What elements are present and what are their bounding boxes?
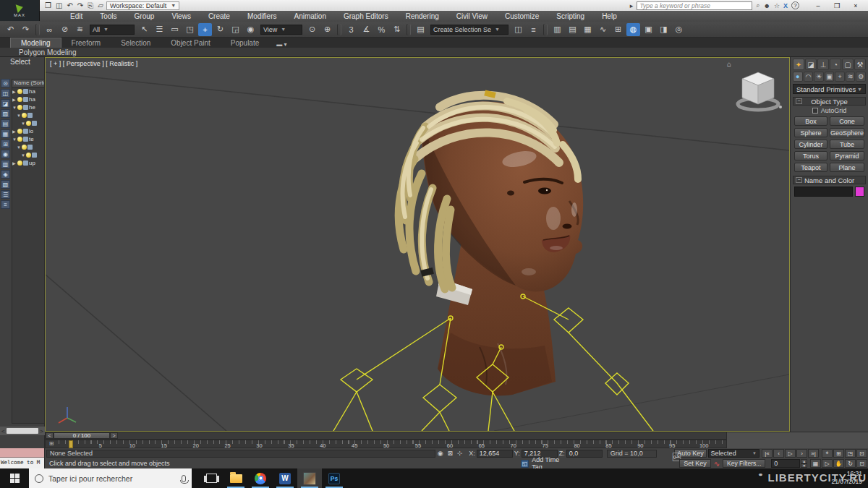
current-frame-marker[interactable]: [69, 440, 73, 448]
go-to-end-icon[interactable]: »|: [808, 449, 819, 458]
set-key-button[interactable]: Set Key: [679, 459, 711, 468]
current-frame-field[interactable]: 0: [771, 459, 800, 468]
primitive-button[interactable]: Tube: [830, 140, 864, 149]
tree-row[interactable]: ▼ he: [12, 103, 44, 111]
maximize-viewport-icon[interactable]: ⊡: [856, 459, 867, 468]
tree-row[interactable]: ▼: [12, 111, 44, 119]
menu-item[interactable]: Animation: [285, 11, 334, 22]
primitive-button[interactable]: Teapot: [794, 163, 827, 172]
percent-snap-icon[interactable]: %: [375, 23, 388, 36]
curve-editor-icon[interactable]: ∿: [596, 23, 610, 36]
microphone-icon[interactable]: [182, 475, 186, 482]
project-folder-icon[interactable]: ⎘: [88, 1, 93, 10]
bind-to-space-warp-icon[interactable]: ≋: [73, 23, 87, 36]
visibility-bulb-icon[interactable]: [17, 105, 22, 110]
align-icon[interactable]: ≡: [527, 23, 540, 36]
file-explorer-button[interactable]: [224, 468, 248, 488]
x-coordinate-field[interactable]: 12,654: [477, 450, 513, 458]
undo-icon[interactable]: ↶: [4, 23, 17, 36]
explorer-tool-icon[interactable]: ◪: [1, 99, 10, 108]
modify-tab-icon[interactable]: ◪: [805, 59, 817, 70]
perspective-viewport[interactable]: [ + ] [ Perspective ] [ Realistic ] ⌂: [45, 57, 790, 432]
visibility-bulb-icon[interactable]: [26, 153, 31, 158]
task-view-button[interactable]: [199, 468, 224, 488]
set-keys-wave-icon[interactable]: ∿: [714, 460, 720, 468]
object-name-input[interactable]: [794, 187, 853, 197]
tree-row[interactable]: ▶ up: [12, 159, 44, 167]
ribbon-tab[interactable]: Populate: [221, 38, 269, 48]
menu-item[interactable]: Customize: [496, 11, 548, 22]
select-and-move-icon[interactable]: +: [198, 23, 212, 36]
primitive-type-dropdown[interactable]: Standard Primitives ▼: [793, 84, 866, 94]
taskbar-search-input[interactable]: Taper ici pour rechercher: [29, 468, 192, 488]
mini-curve-editor-icon[interactable]: ⊞: [46, 440, 56, 448]
next-frame-button[interactable]: >: [110, 432, 118, 439]
pan-hand-icon[interactable]: ✋: [833, 459, 844, 468]
explorer-tool-icon[interactable]: ◫: [1, 89, 10, 98]
new-scene-icon[interactable]: ▱: [98, 1, 103, 10]
selection-lock-icon[interactable]: ⊠: [445, 450, 454, 457]
3ds-max-taskbar-button[interactable]: [297, 468, 322, 488]
isolate-selection-icon[interactable]: ◉: [435, 450, 445, 457]
expand-arrow-icon[interactable]: ▼: [17, 145, 22, 150]
space-warps-category-icon[interactable]: ≋: [846, 72, 856, 82]
tree-row[interactable]: ▼: [12, 143, 44, 151]
tree-row[interactable]: ▶ ha: [12, 87, 44, 95]
utilities-tab-icon[interactable]: ⚒: [854, 59, 866, 70]
previous-frame-button[interactable]: <: [46, 432, 54, 439]
explorer-tool-icon[interactable]: ⊞: [1, 140, 10, 148]
zoom-extents-icon[interactable]: ◳: [845, 449, 856, 458]
open-file-icon[interactable]: ❐: [45, 1, 51, 10]
menu-item[interactable]: Create: [200, 11, 239, 22]
scroll-right-icon[interactable]: >: [40, 428, 43, 435]
explorer-horizontal-scrollbar[interactable]: < >: [0, 427, 45, 435]
tree-row[interactable]: ▼ te: [12, 135, 44, 143]
undo-quick-icon[interactable]: ↶: [67, 1, 72, 10]
primitive-button[interactable]: GeoSphere: [830, 128, 864, 137]
shapes-category-icon[interactable]: ◠: [804, 72, 814, 82]
visibility-bulb-icon[interactable]: [17, 129, 22, 134]
lights-category-icon[interactable]: ☀: [814, 72, 824, 82]
use-pivot-center-icon[interactable]: ⊙: [305, 23, 319, 36]
collapse-icon[interactable]: −: [796, 98, 802, 104]
tree-row[interactable]: ▼: [12, 151, 44, 159]
time-slider[interactable]: < 0 / 100 >: [45, 432, 727, 440]
ribbon-minimize-icon[interactable]: ▬ ▾: [276, 41, 286, 48]
rectangular-selection-icon[interactable]: ▭: [168, 23, 182, 36]
sign-in-icon[interactable]: ☻: [763, 2, 770, 9]
collapse-icon[interactable]: −: [796, 177, 802, 183]
toggle-scene-explorer-icon[interactable]: ▥: [550, 23, 564, 36]
select-and-scale-icon[interactable]: ◲: [229, 23, 242, 36]
expand-arrow-icon[interactable]: ▶: [12, 89, 17, 94]
expand-arrow-icon[interactable]: ▶: [12, 129, 17, 134]
menu-item[interactable]: Scripting: [548, 11, 593, 22]
macro-recorder-line[interactable]: [0, 448, 44, 458]
maxscript-mini-listener[interactable]: Welcome to M: [0, 448, 45, 468]
menu-item[interactable]: Rendering: [397, 11, 448, 22]
photoshop-button[interactable]: Ps: [322, 468, 346, 488]
menu-item[interactable]: Group: [126, 11, 163, 22]
render-setup-icon[interactable]: ▣: [642, 23, 655, 36]
select-and-rotate-icon[interactable]: ↻: [213, 23, 227, 36]
cameras-category-icon[interactable]: ▣: [825, 72, 835, 82]
menu-item[interactable]: Civil View: [448, 11, 496, 22]
select-and-place-icon[interactable]: ◉: [244, 23, 258, 36]
ribbon-tab[interactable]: Selection: [111, 38, 161, 48]
scrollbar-thumb[interactable]: [7, 428, 39, 434]
save-file-icon[interactable]: ◫: [56, 1, 62, 10]
expand-arrow-icon[interactable]: ▼: [12, 137, 17, 142]
reference-coordinate-dropdown[interactable]: View▼: [260, 25, 302, 35]
expand-arrow-icon[interactable]: ▶: [12, 160, 17, 166]
animate-selection-dropdown[interactable]: Selected ▼: [708, 449, 760, 458]
explorer-tool-icon[interactable]: ▤: [1, 119, 10, 128]
explorer-tool-icon[interactable]: ☰: [1, 190, 10, 199]
max-application-button[interactable]: MAX: [0, 0, 40, 21]
go-to-start-icon[interactable]: |«: [762, 449, 773, 458]
primitive-button[interactable]: Pyramid: [830, 151, 864, 160]
redo-quick-icon[interactable]: ↷: [77, 1, 83, 10]
zoom-region-icon[interactable]: ▦: [810, 459, 821, 468]
expand-arrow-icon[interactable]: ▼: [21, 153, 26, 158]
search-icon[interactable]: ⌕: [756, 1, 760, 9]
explorer-tool-icon[interactable]: ▦: [1, 129, 10, 138]
tree-row[interactable]: ▶ lo: [12, 127, 44, 135]
